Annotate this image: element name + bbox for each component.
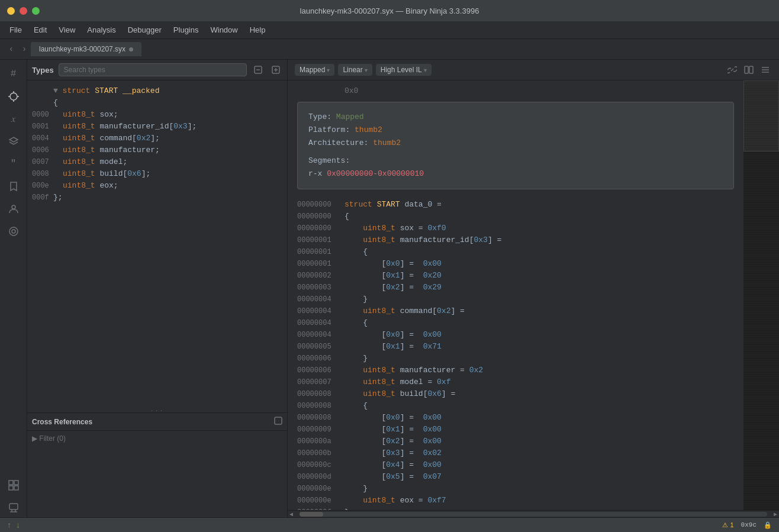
- modified-indicator: [129, 47, 133, 51]
- code-line-000f: 000f };: [30, 192, 285, 204]
- sidebar-icon-hash[interactable]: #: [4, 65, 23, 83]
- ed-line-close: 0000000f }: [288, 507, 743, 510]
- cross-references-panel: Cross References ▶ Filter (0): [27, 412, 287, 517]
- sidebar-icon-circle[interactable]: [4, 222, 23, 241]
- sidebar-icon-plugin[interactable]: [4, 498, 23, 517]
- highlevel-il-dropdown[interactable]: High Level IL ▾: [376, 64, 432, 76]
- ed-line-mfr-id-1: 00000002 [0x1] = 0x20: [288, 270, 743, 282]
- menu-analysis[interactable]: Analysis: [82, 24, 120, 36]
- ed-line-struct-decl: 00000000 struct START data_0 =: [288, 199, 743, 211]
- types-panel: Types ▼ struct START __packe: [27, 60, 288, 517]
- svg-point-0: [10, 93, 17, 100]
- minimize-button[interactable]: [7, 7, 15, 15]
- icon-sidebar: # 𝑥 ": [0, 60, 27, 517]
- segment-line: r-x 0x00000000-0x00000010: [308, 167, 723, 180]
- segment-perms: r-x: [308, 169, 322, 178]
- ed-line-open: 00000000 {: [288, 211, 743, 223]
- search-input[interactable]: [59, 63, 247, 76]
- status-up-arrow[interactable]: ↑: [7, 520, 11, 530]
- menu-edit[interactable]: Edit: [29, 24, 51, 36]
- segment-range: 0x00000000-0x00000010: [327, 169, 424, 178]
- platform-label: Platform:: [308, 125, 350, 134]
- platform-value: thumb2: [355, 125, 382, 134]
- lock-icon: 🔒: [764, 521, 772, 529]
- menu-help[interactable]: Help: [245, 24, 271, 36]
- menu-plugins[interactable]: Plugins: [169, 24, 204, 36]
- menu-debugger[interactable]: Debugger: [123, 24, 166, 36]
- mapped-label: Mapped: [300, 66, 325, 74]
- mapped-dropdown[interactable]: Mapped ▾: [295, 64, 334, 76]
- svg-rect-22: [275, 417, 282, 424]
- types-title: Types: [32, 66, 54, 75]
- ed-line-build-open: 00000008 {: [288, 400, 743, 412]
- types-export-button[interactable]: [252, 63, 265, 76]
- editor-toolbar: Mapped ▾ Linear ▾ High Level IL ▾: [288, 60, 779, 80]
- svg-point-7: [9, 227, 18, 236]
- linear-arrow: ▾: [365, 67, 368, 73]
- ed-line-build-0: 00000008 [0x0] = 0x00: [288, 412, 743, 424]
- toolbar-split-button[interactable]: [742, 63, 755, 76]
- ed-line-sox: 00000000 uint8_t sox = 0xf0: [288, 223, 743, 234]
- svg-rect-9: [9, 481, 13, 485]
- menu-file[interactable]: File: [5, 24, 27, 36]
- sidebar-icon-crosshair[interactable]: [4, 87, 23, 106]
- sidebar-icon-layers[interactable]: [4, 132, 23, 151]
- filter-expand-icon: ▶: [32, 434, 39, 443]
- ed-line-build-5: 0000000d [0x5] = 0x07: [288, 471, 743, 483]
- svg-marker-5: [9, 137, 18, 142]
- tab-forward-button[interactable]: ›: [18, 43, 31, 56]
- statusbar-left: ↑ ↓: [7, 520, 20, 530]
- highlevel-il-arrow: ▾: [424, 67, 427, 73]
- sidebar-icon-person[interactable]: [4, 199, 23, 218]
- main-content: # 𝑥 ": [0, 60, 779, 517]
- ed-line-mfr-id-0: 00000001 [0x0] = 0x00: [288, 258, 743, 270]
- ed-line-build-close: 0000000e }: [288, 483, 743, 495]
- horizontal-scrollbar[interactable]: ◀ ▶: [288, 510, 779, 517]
- ed-line-cmd-0: 00000004 [0x0] = 0x00: [288, 329, 743, 341]
- status-address: 0x9c: [741, 521, 757, 528]
- titlebar: launchkey-mk3-000207.syx — Binary Ninja …: [0, 0, 779, 21]
- menu-window[interactable]: Window: [205, 24, 242, 36]
- minimap-indicator[interactable]: [743, 80, 779, 151]
- sidebar-icon-grid[interactable]: [4, 476, 23, 495]
- status-down-arrow[interactable]: ↓: [16, 520, 20, 530]
- ed-line-manufacturer: 00000006 uint8_t manufacturer = 0x2: [288, 365, 743, 376]
- fullscreen-button[interactable]: [32, 7, 40, 15]
- ed-line-cmd-1: 00000005 [0x1] = 0x71: [288, 341, 743, 353]
- ed-line-eox: 0000000e uint8_t eox = 0xf7: [288, 495, 743, 507]
- sidebar-icon-variable[interactable]: 𝑥: [4, 109, 23, 128]
- editor-code-area[interactable]: 0x0 Type: Mapped Platform: thumb2: [288, 80, 743, 510]
- scrollbar-track[interactable]: [300, 512, 767, 517]
- ed-line-build: 00000008 uint8_t build[0x6] =: [288, 388, 743, 400]
- ed-line-mfr-id-open: 00000001 {: [288, 246, 743, 258]
- minimap: [743, 80, 779, 510]
- menu-view[interactable]: View: [54, 24, 80, 36]
- svg-rect-23: [745, 66, 748, 73]
- scrollbar-thumb[interactable]: [300, 512, 323, 517]
- ed-line-build-4: 0000000c [0x4] = 0x00: [288, 459, 743, 471]
- scroll-right-arrow[interactable]: ▶: [772, 511, 779, 518]
- code-line-0006: 0006 uint8_t manufacturer;: [30, 144, 285, 156]
- toolbar-link-button[interactable]: [726, 63, 739, 76]
- close-button[interactable]: [20, 7, 27, 15]
- code-line-000e: 000e uint8_t eox;: [30, 180, 285, 192]
- cross-references-title: Cross References: [32, 418, 92, 426]
- cross-references-filter[interactable]: ▶ Filter (0): [27, 431, 287, 446]
- linear-dropdown[interactable]: Linear ▾: [338, 64, 372, 76]
- toolbar-menu-button[interactable]: [759, 63, 772, 76]
- type-label: Type:: [308, 112, 331, 121]
- scroll-left-arrow[interactable]: ◀: [288, 511, 295, 518]
- tab-back-button[interactable]: ‹: [5, 43, 18, 56]
- types-header: Types: [27, 60, 287, 80]
- ed-line-mfr-id-close: 00000004 }: [288, 294, 743, 305]
- file-tab[interactable]: launchkey-mk3-000207.syx: [31, 42, 141, 56]
- statusbar: ↑ ↓ ⚠ 1 0x9c 🔒: [0, 517, 779, 532]
- menubar: File Edit View Analysis Debugger Plugins…: [0, 21, 779, 39]
- cross-references-export-button[interactable]: [274, 417, 282, 427]
- sidebar-icon-bookmark[interactable]: [4, 177, 23, 196]
- types-add-button[interactable]: [269, 63, 282, 76]
- platform-line: Platform: thumb2: [308, 124, 723, 137]
- svg-rect-12: [14, 486, 18, 490]
- arch-label: Architecture:: [308, 138, 368, 147]
- sidebar-icon-quote[interactable]: ": [4, 154, 23, 173]
